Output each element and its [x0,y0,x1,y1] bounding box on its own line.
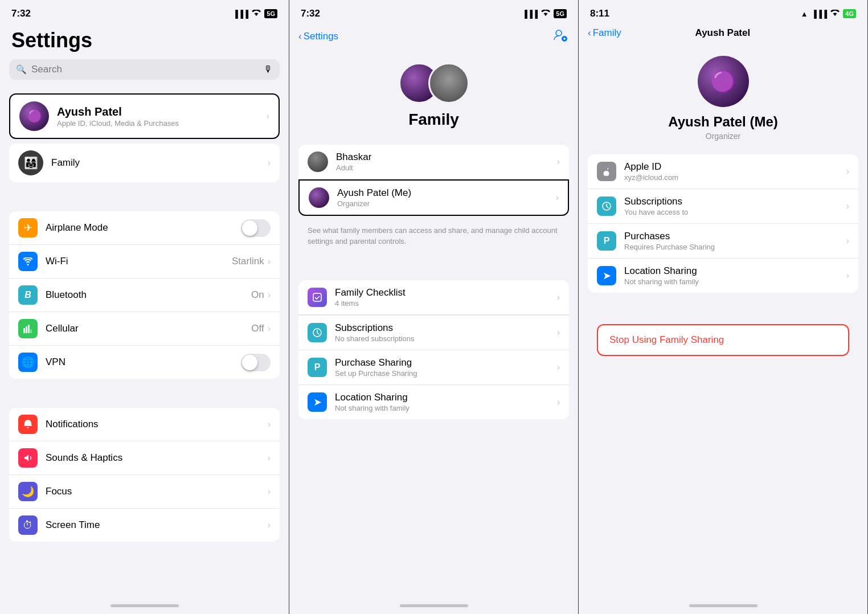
vpn-item[interactable]: 🌐 VPN [9,346,280,379]
ayush-member-text: Ayush Patel (Me) Organizer [337,187,556,208]
family-item[interactable]: 👨‍👩‍👧 Family › [9,144,280,182]
search-input[interactable] [31,64,259,75]
profile-content: 🟣 Ayush Patel (Me) Organizer Apple ID xy… [579,44,867,597]
sounds-label: Sounds & Haptics [46,452,268,464]
focus-chevron: › [268,486,271,497]
location-item-2[interactable]: ➤ Location Sharing Not sharing with fami… [298,385,569,419]
status-icons-3: ▲ ▐▐▐ 4G [801,9,856,18]
focus-icon: 🌙 [18,482,38,501]
purchases-icon: P [597,231,616,251]
sounds-item[interactable]: Sounds & Haptics › [9,441,280,475]
sounds-icon [18,448,38,468]
purchases-item[interactable]: P Purchases Requires Purchase Sharing › [588,224,858,259]
family-chevron: › [268,158,271,168]
focus-item[interactable]: 🌙 Focus › [9,475,280,509]
ayush-member-name: Ayush Patel (Me) [337,187,556,199]
vpn-toggle[interactable] [241,354,271,371]
screentime-text: Screen Time [46,519,268,531]
family-section: 👨‍👩‍👧 Family › [9,144,280,182]
signal-icon-3: ▐▐▐ [812,10,828,18]
screentime-chevron: › [268,520,271,530]
airplane-item[interactable]: ✈ Airplane Mode [9,211,280,245]
divider-2 [0,383,289,403]
family-description: See what family members can access and s… [289,220,578,256]
back-family-button[interactable]: ‹ Family [588,27,621,39]
subscriptions-label-2: Subscriptions [335,322,557,334]
wifi-item[interactable]: Wi-Fi Starlink › [9,245,280,279]
apple-id-sublabel: xyz@icloud.com [624,173,846,182]
airplane-toggle[interactable] [241,219,271,237]
avatar-gray [428,63,469,104]
battery-icon-3: 4G [843,9,856,18]
back-settings-label: Settings [304,31,338,42]
vpn-text: VPN [46,357,241,368]
cellular-chevron: › [268,324,271,334]
stop-sharing-button[interactable]: Stop Using Family Sharing [597,324,849,356]
family-divider [289,256,578,276]
focus-label: Focus [46,486,268,497]
family-sections: Family Checklist 4 items › Subscriptions… [298,280,569,419]
apple-id-text: Apple ID xyz@icloud.com [624,161,846,182]
family-content: Family Bhaskar Adult › Ayush Patel (Me) … [289,51,578,597]
bluetooth-icon: B [18,285,38,305]
profile-name: Ayush Patel [57,105,267,118]
location-label-3: Location Sharing [624,265,846,277]
bluetooth-text: Bluetooth [46,289,251,301]
profile-display-role: Organizer [706,132,740,141]
svg-rect-6 [313,293,321,301]
purchases-text: Purchases Requires Purchase Sharing [624,231,846,251]
profile-avatar: 🟣 [19,101,49,131]
notifications-section: Notifications › Sounds & Haptics › 🌙 Foc… [9,408,280,542]
family-title: Family [408,110,459,129]
panel-settings: 7:32 ▐▐▐ 5G Settings 🔍 🎙 🟣 Ayush Patel A… [0,0,289,614]
ayush-member-item[interactable]: Ayush Patel (Me) Organizer › [298,179,569,216]
signal-icon-1: ▐▐▐ [233,10,249,18]
location-chevron-3: › [846,271,849,281]
airplane-icon: ✈ [18,218,38,238]
notifications-chevron: › [268,419,271,429]
notifications-label: Notifications [46,419,268,430]
checklist-icon [308,288,327,307]
bhaskar-chevron: › [557,157,560,167]
add-family-button[interactable] [553,27,569,46]
subscriptions-text-3: Subscriptions You have access to [624,196,846,216]
search-bar[interactable]: 🔍 🎙 [9,59,280,80]
airplane-label: Airplane Mode [46,222,241,234]
purchase-sharing-sublabel: Set up Purchase Sharing [335,369,557,378]
family-avatars [399,63,469,104]
home-indicator-3 [579,597,867,614]
status-icons-1: ▐▐▐ 5G [233,9,277,18]
bluetooth-label: Bluetooth [46,289,251,301]
back-family-label: Family [593,27,621,39]
nav-bar-3: ‹ Family Ayush Patel [579,23,867,44]
back-settings-button[interactable]: ‹ Settings [298,31,338,42]
purchase-sharing-item[interactable]: P Purchase Sharing Set up Purchase Shari… [298,350,569,385]
apple-id-label: Apple ID [624,161,846,173]
checklist-chevron: › [557,292,560,302]
checklist-item[interactable]: Family Checklist 4 items › [298,280,569,315]
profile-section: 🟣 Ayush Patel Apple ID, iCloud, Media & … [9,93,280,139]
subscriptions-sublabel-2: No shared subscriptions [335,334,557,343]
wifi-icon-2 [541,10,550,18]
subscriptions-text-2: Subscriptions No shared subscriptions [335,322,557,343]
screentime-item[interactable]: ⏱ Screen Time › [9,509,280,542]
profile-item[interactable]: 🟣 Ayush Patel Apple ID, iCloud, Media & … [9,93,280,139]
cellular-item[interactable]: Cellular Off › [9,312,280,346]
profile-chevron: › [267,111,269,121]
vpn-label: VPN [46,357,241,368]
family-header: Family [289,51,578,140]
notifications-item[interactable]: Notifications › [9,408,280,441]
checklist-text: Family Checklist 4 items [335,287,557,308]
subscriptions-item-2[interactable]: Subscriptions No shared subscriptions › [298,316,569,350]
apple-id-item[interactable]: Apple ID xyz@icloud.com › [588,154,858,189]
bhaskar-item[interactable]: Bhaskar Adult › [298,145,569,179]
notifications-icon [18,415,38,434]
svg-rect-1 [26,326,27,333]
apple-id-chevron: › [846,166,849,177]
location-text-2: Location Sharing Not sharing with family [335,392,557,412]
subscriptions-item-3[interactable]: Subscriptions You have access to › [588,189,858,224]
bluetooth-item[interactable]: B Bluetooth On › [9,279,280,312]
location-item-3[interactable]: ➤ Location Sharing Not sharing with fami… [588,259,858,293]
network-section: ✈ Airplane Mode Wi-Fi Starlink › [9,211,280,379]
signal-icon-2: ▐▐▐ [522,10,538,18]
